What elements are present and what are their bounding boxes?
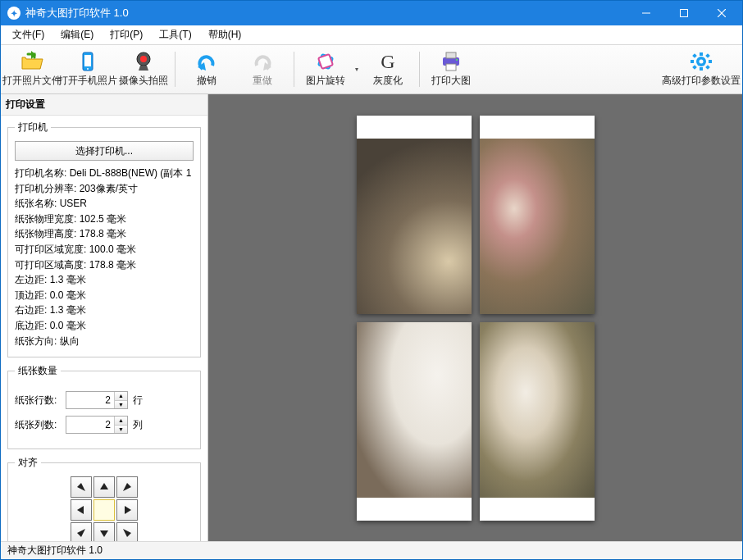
page-image [357,322,472,498]
alignment-group: 对齐 [7,456,201,541]
svg-rect-23 [709,60,712,63]
cols-unit: 列 [133,418,143,432]
undo-button[interactable]: 撤销 [179,47,235,92]
redo-button[interactable]: 重做 [235,47,290,92]
menu-file[interactable]: 文件(F) [4,26,52,43]
camera-label: 摄像头拍照 [119,74,168,88]
rotate-button[interactable]: 图片旋转 [298,47,353,92]
align-left[interactable] [71,499,92,521]
page-tile-1[interactable] [357,116,472,314]
open-file-label: 打开照片文件 [2,74,62,88]
align-center[interactable] [93,499,115,521]
printer-info-line: 打印机名称: Deli DL-888B(NEW) (副本 1 [15,166,194,181]
printer-icon [439,51,463,72]
svg-marker-30 [100,483,108,489]
redo-label: 重做 [253,74,272,88]
titlebar[interactable]: ✦ 神奇大图打印软件 1.0 [1,1,742,25]
sidebar-header: 打印设置 [1,94,207,116]
main-window: ✦ 神奇大图打印软件 1.0 文件(F) 编辑(E) 打印(P) 工具(T) 帮… [0,0,743,560]
page-tile-4[interactable] [480,322,595,521]
phone-icon [75,51,100,72]
cols-down[interactable]: ▼ [115,426,127,434]
rotate-icon [313,51,338,72]
menu-help[interactable]: 帮助(H) [200,26,250,43]
menu-edit[interactable]: 编辑(E) [52,26,102,43]
align-top[interactable] [93,476,115,498]
svg-rect-25 [705,53,710,58]
status-text: 神奇大图打印软件 1.0 [7,544,103,558]
svg-marker-31 [123,483,131,491]
rows-label: 纸张行数: [15,394,61,407]
svg-text:G: G [381,51,394,72]
printer-info-line: 打印机分辨率: 203像素/英寸 [15,181,194,197]
rows-up[interactable]: ▲ [115,392,127,401]
rows-spinner[interactable]: ▲▼ [66,391,128,409]
page-image [480,139,595,314]
advanced-settings-button[interactable]: 高级打印参数设置 [663,47,739,92]
paper-count-legend: 纸张数量 [15,364,61,378]
alignment-grid [15,476,194,541]
canvas-area[interactable] [208,94,742,541]
print-big-label: 打印大图 [431,74,471,88]
select-printer-button[interactable]: 选择打印机... [15,141,194,161]
cols-label: 纸张列数: [15,418,61,432]
open-file-button[interactable]: 打开照片文件 [4,47,60,92]
menu-print[interactable]: 打印(P) [102,26,151,43]
cols-up[interactable]: ▲ [115,417,127,426]
grayscale-button[interactable]: G 灰度化 [360,47,416,92]
gear-icon [689,51,713,72]
printer-info-line: 纸张名称: USER [15,196,194,212]
align-right[interactable] [116,499,138,521]
cols-input[interactable] [66,417,114,433]
cols-spinner[interactable]: ▲▼ [66,416,128,434]
rows-input[interactable] [66,392,114,408]
svg-rect-21 [700,67,703,71]
window-title: 神奇大图打印软件 1.0 [25,6,627,20]
close-button[interactable] [703,1,741,25]
maximize-button[interactable] [665,1,703,25]
page-preview-grid [357,116,595,521]
menu-tools[interactable]: 工具(T) [151,26,199,43]
page-tile-2[interactable] [480,116,595,314]
toolbar-separator [294,52,294,87]
align-top-right[interactable] [116,476,138,498]
minimize-button[interactable] [627,1,665,25]
rows-down[interactable]: ▼ [115,401,127,409]
svg-rect-16 [446,52,456,58]
camera-button[interactable]: 摄像头拍照 [116,47,171,92]
paper-count-group: 纸张数量 纸张行数: ▲▼ 行 纸张列数: ▲▼ [7,364,201,449]
svg-marker-29 [77,483,85,491]
svg-rect-22 [691,60,694,63]
printer-info-line: 可打印区域宽度: 100.0 毫米 [15,242,194,257]
printer-info-line: 纸张物理宽度: 102.5 毫米 [15,212,194,227]
grayscale-icon: G [376,51,400,72]
rows-unit: 行 [133,394,143,407]
align-bottom-right[interactable] [116,522,138,541]
svg-rect-1 [681,10,688,17]
undo-icon [194,51,219,72]
align-bottom-left[interactable] [71,522,92,541]
rotate-dropdown[interactable]: ▾ [352,47,360,92]
svg-point-28 [700,60,704,64]
open-phone-button[interactable]: 打开手机照片 [60,47,116,92]
page-tile-3[interactable] [357,322,472,521]
svg-rect-6 [84,55,91,66]
printer-group: 打印机 选择打印机... 打印机名称: Deli DL-888B(NEW) (副… [7,121,201,357]
printer-info-line: 底边距: 0.0 毫米 [15,318,194,334]
app-icon: ✦ [7,7,21,20]
svg-point-9 [140,56,147,62]
grayscale-label: 灰度化 [373,74,403,88]
printer-info-line: 可打印区域高度: 178.8 毫米 [15,257,194,273]
alignment-legend: 对齐 [15,456,41,470]
svg-rect-27 [705,65,710,70]
align-top-left[interactable] [71,476,92,498]
toolbar: 打开照片文件 打开手机照片 摄像头拍照 撤销 重做 图片旋转 ▾ G 灰度化 [1,45,742,94]
redo-icon [250,51,275,72]
statusbar: 神奇大图打印软件 1.0 [1,541,742,559]
svg-point-18 [456,59,458,61]
page-image [480,322,595,498]
print-big-button[interactable]: 打印大图 [423,47,479,92]
align-bottom[interactable] [93,522,115,541]
svg-rect-13 [318,54,333,69]
svg-marker-34 [77,529,85,537]
